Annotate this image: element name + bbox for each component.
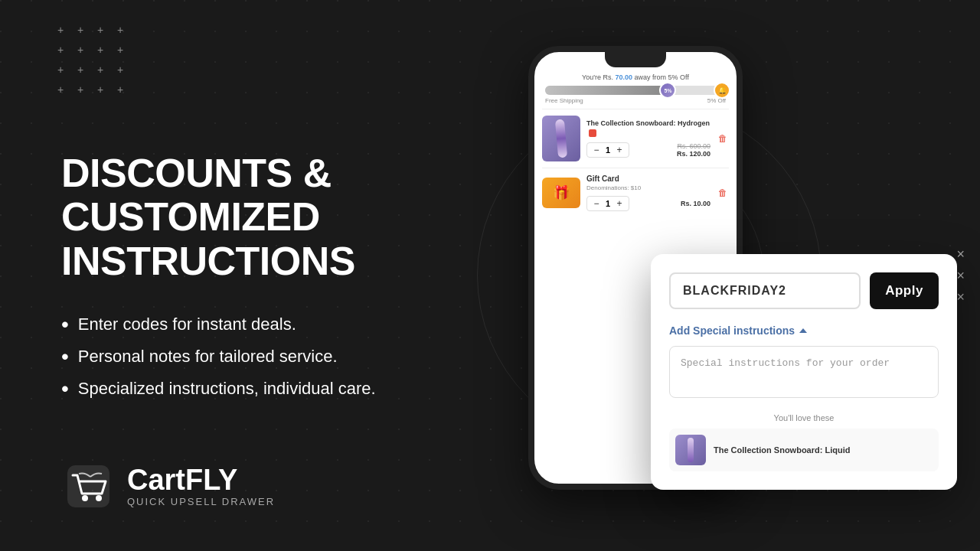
progress-end-icon: 🔔: [714, 82, 730, 99]
logo-icon: [61, 459, 115, 513]
delete-button[interactable]: 🗑: [717, 132, 729, 145]
plus-icon: +: [113, 43, 127, 57]
progress-labels-row: Free Shipping 5% Off: [542, 97, 729, 104]
gift-qty-controls[interactable]: − 1 +: [586, 196, 629, 211]
progress-thumb: 5%: [659, 82, 676, 99]
cart-item-name: The Collection Snowboard: Hydrogen: [586, 119, 710, 137]
plus-icon: +: [93, 83, 107, 96]
plus-icon: +: [74, 23, 87, 37]
qty-decrease-btn[interactable]: −: [592, 145, 601, 155]
gift-qty-decrease[interactable]: −: [592, 198, 601, 209]
qty-row: − 1 + Rs. 600.00 Rs. 120.00: [586, 142, 710, 158]
special-instructions-label-text: Add Special instructions: [669, 324, 795, 337]
coupon-input[interactable]: [669, 272, 861, 309]
plus-icon: +: [93, 23, 107, 37]
upsell-section: You'll love these The Collection Snowboa…: [669, 413, 939, 471]
bullet-text: Specialized instructions, individual car…: [78, 379, 376, 399]
plus-icon: +: [54, 23, 67, 37]
qty-increase-btn[interactable]: +: [615, 145, 624, 155]
gift-qty-value: 1: [606, 199, 610, 208]
bullet-text: Personal notes for tailored service.: [78, 347, 338, 367]
cart-item-snowboard: The Collection Snowboard: Hydrogen − 1 +…: [542, 109, 729, 168]
logo-tagline: QUICK UPSELL DRAWER: [127, 496, 275, 507]
gift-qty-increase[interactable]: +: [615, 198, 624, 209]
x-mark-1: ×: [956, 247, 965, 261]
bullet-text: Enter codes for instant deals.: [78, 315, 296, 334]
tag-icon: [589, 129, 596, 137]
price-info: Rs. 600.00 Rs. 120.00: [677, 142, 710, 158]
cartfly-logo-svg: [64, 461, 113, 511]
gift-qty-row: − 1 + Rs. 10.00: [586, 196, 710, 211]
page-title: DISCOUNTS & CUSTOMIZED INSTRUCTIONS: [61, 152, 383, 283]
chevron-up-icon: [799, 328, 807, 333]
cart-item-gift-card: 🎁 Gift Card Denominations: $10 − 1 +: [542, 168, 729, 217]
gift-icon: 🎁: [553, 184, 570, 201]
x-mark-3: ×: [956, 290, 965, 304]
progress-label: You're Rs. 70.00 away from 5% Off: [542, 73, 729, 81]
feature-list: Enter codes for instant deals. Personal …: [61, 314, 383, 399]
x-marks-decoration: × × ×: [956, 247, 965, 304]
gift-price: Rs. 10.00: [681, 200, 710, 207]
gift-info: Gift Card Denominations: $10 − 1 + Rs. 1…: [586, 174, 710, 211]
gift-card-image: 🎁: [542, 178, 580, 208]
floating-card: Apply Add Special instructions Special i…: [651, 254, 957, 490]
plus-icon: +: [113, 63, 127, 77]
upsell-label: You'll love these: [669, 413, 939, 422]
gift-delete-button[interactable]: 🗑: [717, 187, 729, 199]
logo-text: CartFLY QUICK UPSELL DRAWER: [127, 465, 275, 507]
snowboard-shape: [555, 119, 567, 158]
x-mark-2: ×: [956, 269, 965, 282]
snowboard-image: [542, 116, 580, 161]
gift-denomination: Denominations: $10: [586, 184, 710, 191]
page-container: + + + + + + + + + + + + + + + + DISCOUNT…: [0, 0, 980, 551]
free-shipping-label: Free Shipping: [545, 97, 583, 104]
apply-label: Apply: [885, 283, 923, 298]
upsell-snowboard-shape: [688, 438, 694, 462]
apply-button[interactable]: Apply: [870, 272, 939, 309]
progress-section: You're Rs. 70.00 away from 5% Off 5% 🔔 F…: [542, 67, 729, 109]
plus-icon: +: [54, 83, 67, 96]
plus-icon: +: [93, 43, 107, 57]
plus-icon: +: [74, 63, 87, 77]
list-item: Personal notes for tailored service.: [61, 346, 383, 367]
progress-amount: 70.00: [616, 73, 633, 81]
svg-point-2: [96, 495, 102, 501]
cart-item-info: The Collection Snowboard: Hydrogen − 1 +…: [586, 119, 710, 157]
plus-icon: +: [74, 83, 87, 96]
upsell-item[interactable]: The Collection Snowboard: Liquid: [669, 429, 939, 471]
list-item: Specialized instructions, individual car…: [61, 378, 383, 399]
logo-area: CartFLY QUICK UPSELL DRAWER: [61, 459, 275, 513]
logo-brand-name: CartFLY: [127, 465, 275, 494]
phone-screen-content: You're Rs. 70.00 away from 5% Off 5% 🔔 F…: [534, 67, 737, 217]
progress-bar-fill: [545, 86, 668, 95]
special-instructions-toggle[interactable]: Add Special instructions: [669, 324, 939, 337]
phone-notch: [605, 52, 666, 67]
plus-icon: +: [54, 63, 67, 77]
svg-point-1: [82, 495, 88, 501]
qty-value: 1: [606, 145, 610, 155]
list-item: Enter codes for instant deals.: [61, 314, 383, 335]
special-instructions-input[interactable]: Special instructions for your order: [669, 346, 939, 398]
plus-icon: +: [74, 43, 87, 57]
gift-price-value: Rs. 10.00: [681, 200, 710, 207]
plus-icon: +: [113, 83, 127, 96]
plus-icon: +: [93, 63, 107, 77]
plus-icon: +: [54, 43, 67, 57]
plus-grid-decoration: + + + + + + + + + + + + + + + +: [54, 23, 127, 96]
right-panel: You're Rs. 70.00 away from 5% Off 5% 🔔 F…: [429, 0, 980, 551]
plus-icon: +: [113, 23, 127, 37]
upsell-item-image: [675, 435, 706, 465]
gift-card-name: Gift Card: [586, 174, 710, 183]
original-price: Rs. 600.00: [677, 142, 710, 150]
qty-controls[interactable]: − 1 +: [586, 142, 629, 158]
progress-bar: 5% 🔔: [545, 86, 726, 95]
upsell-item-name: The Collection Snowboard: Liquid: [714, 445, 850, 455]
coupon-row: Apply: [669, 272, 939, 309]
left-panel: + + + + + + + + + + + + + + + + DISCOUNT…: [0, 0, 429, 551]
sale-price: Rs. 120.00: [677, 150, 710, 158]
